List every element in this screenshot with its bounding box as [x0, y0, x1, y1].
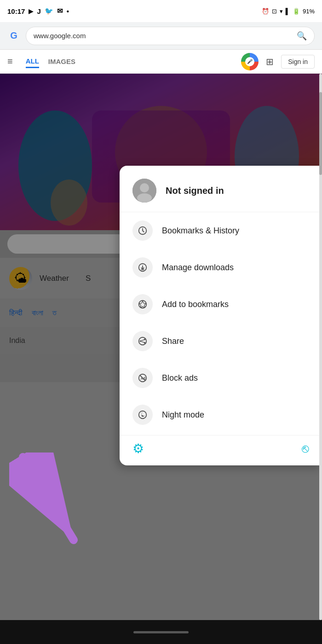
home-indicator[interactable]: [133, 631, 189, 633]
svg-point-11: [140, 183, 149, 192]
main-content: ⎋ 🔍 🌤 Weather S हिन्दी বাংলা ত India ‹ ›: [0, 74, 322, 620]
svg-point-21: [140, 340, 142, 342]
menu-item-add-bookmark[interactable]: Add to bookmarks: [120, 286, 322, 323]
menu-header: Not signed in: [120, 166, 322, 212]
menu-item-share[interactable]: Share: [120, 323, 322, 360]
exit-icon[interactable]: ⎋: [302, 441, 309, 456]
not-signed-in-label: Not signed in: [166, 186, 224, 196]
tab-all[interactable]: ALL: [26, 55, 39, 68]
wifi-icon: ▾: [280, 8, 283, 15]
alarm-icon: ⏰: [262, 8, 269, 15]
menu-panel: Not signed in Bookmarks & History: [120, 166, 322, 465]
menu-item-downloads[interactable]: Manage downloads: [120, 249, 322, 286]
google-logo: G: [7, 29, 20, 42]
address-bar[interactable]: www.google.com 🔍: [26, 27, 315, 45]
tab-images[interactable]: IMAGES: [48, 56, 75, 67]
battery-icon: 🔋: [293, 8, 300, 15]
avatar: [132, 179, 156, 203]
settings-icon[interactable]: ⚙: [132, 441, 144, 456]
night-mode-icon: [132, 405, 153, 425]
grid-icon[interactable]: ⊞: [266, 56, 274, 67]
scrollbar[interactable]: [319, 74, 322, 620]
downloads-icon: [132, 257, 153, 278]
bookmarks-icon: [132, 220, 153, 241]
svg-point-20: [144, 339, 146, 341]
svg-point-12: [137, 193, 152, 203]
bookmarks-label: Bookmarks & History: [162, 226, 239, 236]
sign-in-button[interactable]: Sign in: [281, 55, 315, 69]
block-ads-label: Block ads: [162, 373, 198, 383]
mail-icon: ✉: [57, 7, 63, 15]
hamburger-menu[interactable]: ≡: [7, 56, 13, 67]
share-label: Share: [162, 337, 184, 346]
share-icon: [132, 331, 153, 351]
cast-icon: ⊡: [272, 8, 277, 15]
add-bookmark-label: Add to bookmarks: [162, 300, 229, 309]
night-mode-label: Night mode: [162, 410, 204, 420]
google-assistant-button[interactable]: 🎤: [241, 53, 259, 70]
status-bar-left: 10:17 ▶ J 🐦 ✉ •: [7, 7, 69, 15]
url-text: www.google.com: [34, 32, 86, 40]
status-bar: 10:17 ▶ J 🐦 ✉ • ⏰ ⊡ ▾ ▌ 🔋 91%: [0, 0, 322, 22]
youtube-icon: ▶: [29, 8, 33, 15]
add-bookmark-icon: [132, 294, 153, 314]
dot-icon: •: [67, 7, 69, 15]
battery-percent: 91%: [303, 8, 315, 15]
menu-item-block-ads[interactable]: Ad Block ads: [120, 360, 322, 396]
nav-tabs: ≡ ALL IMAGES 🎤 ⊞ Sign in: [0, 50, 322, 74]
menu-item-night-mode[interactable]: Night mode: [120, 396, 322, 433]
nav-right: 🎤 ⊞ Sign in: [241, 53, 315, 70]
menu-item-bookmarks[interactable]: Bookmarks & History: [120, 212, 322, 249]
downloads-label: Manage downloads: [162, 263, 234, 273]
scrollbar-thumb: [319, 92, 322, 175]
svg-line-23: [141, 340, 144, 341]
status-bar-right: ⏰ ⊡ ▾ ▌ 🔋 91%: [262, 8, 315, 15]
bottom-nav-bar: [0, 620, 322, 644]
block-ads-icon: Ad: [132, 368, 153, 388]
signal-icon: ▌: [286, 8, 290, 15]
twitter-icon: 🐦: [45, 7, 53, 15]
j-icon: J: [37, 7, 40, 15]
time: 10:17: [7, 7, 25, 15]
svg-line-24: [141, 342, 144, 342]
svg-point-22: [144, 342, 146, 344]
svg-point-28: [139, 411, 147, 419]
menu-footer: ⚙ ⎋: [120, 435, 322, 458]
browser-bar: G www.google.com 🔍: [0, 22, 322, 50]
search-icon: 🔍: [297, 31, 307, 41]
